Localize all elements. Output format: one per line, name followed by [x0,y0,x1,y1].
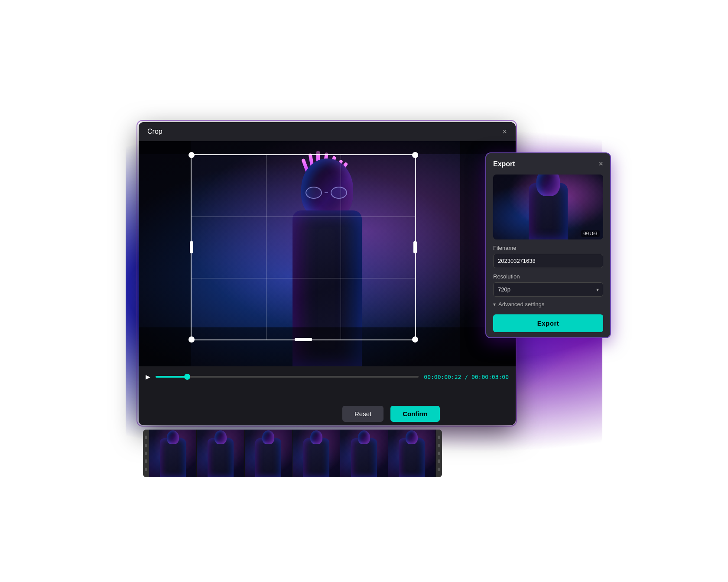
export-title: Export [493,160,515,168]
crop-title: Crop [147,128,162,136]
grid-h1 [192,217,415,217]
crop-close-button[interactable]: × [502,128,507,136]
playback-bar: ▶ 00:00:00:22 / 00:00:03:00 [139,366,516,387]
action-buttons: Reset Confirm [342,406,440,422]
filmstrip-frames [149,430,436,477]
crop-handle-bottom-right[interactable] [412,336,418,343]
film-frame-2 [197,430,244,477]
crop-handle-bottom-left[interactable] [188,336,195,343]
film-frame-6 [388,430,436,477]
film-hole [145,436,147,439]
crop-grid [192,155,415,340]
film-hole [145,444,147,447]
grid-h2 [192,278,415,278]
advanced-settings-row[interactable]: ▾ Advanced settings [493,301,603,307]
export-preview: 00:03 [493,175,603,239]
video-canvas [139,141,516,366]
confirm-button[interactable]: Confirm [390,406,440,422]
crop-handle-mid-right[interactable] [413,241,417,253]
export-form: Filename Resolution 360p 480p 720p 1080p… [486,239,610,337]
advanced-settings-label: Advanced settings [498,301,544,307]
crop-handle-mid-left[interactable] [190,241,193,253]
filename-input[interactable] [493,254,603,268]
film-hole [438,452,440,455]
export-titlebar: Export × [486,153,610,175]
resolution-select-wrapper: 360p 480p 720p 1080p 4K ▾ [493,282,603,297]
resolution-select[interactable]: 360p 480p 720p 1080p 4K [493,282,603,297]
progress-thumb[interactable] [184,374,190,380]
filmstrip-edge-left [143,430,149,477]
crop-window: Crop × [139,122,516,425]
export-button[interactable]: Export [493,314,603,332]
film-hole [438,436,440,439]
film-hole [145,459,147,463]
film-frame-3 [245,430,292,477]
film-frame-4 [292,430,340,477]
resolution-label: Resolution [493,273,603,280]
crop-titlebar: Crop × [139,122,516,141]
film-hole [145,452,147,455]
time-display: 00:00:00:22 / 00:00:03:00 [424,374,509,380]
film-hole [438,459,440,463]
export-panel: Export × 00:03 Filename Resolution 360p … [485,152,611,338]
progress-fill [156,376,187,378]
export-close-button[interactable]: × [598,159,603,168]
crop-selection-box[interactable] [191,154,416,340]
crop-handle-top-right[interactable] [412,152,418,158]
crop-handle-top-left[interactable] [188,152,195,158]
advanced-chevron-icon: ▾ [493,301,496,307]
export-preview-head [536,175,560,196]
film-frame-5 [340,430,388,477]
film-hole [438,444,440,447]
filename-label: Filename [493,245,603,251]
filmstrip-edge-right [436,430,442,477]
progress-track[interactable] [156,376,419,378]
grid-v1 [266,155,266,340]
film-hole [145,468,147,471]
export-preview-time: 00:03 [581,230,600,237]
film-hole [438,468,440,471]
crop-handle-mid-bottom[interactable] [295,338,312,341]
film-frame-1 [149,430,197,477]
export-preview-person [529,183,568,239]
grid-v2 [341,155,341,340]
filmstrip [143,430,442,477]
reset-button[interactable]: Reset [342,406,384,422]
play-button[interactable]: ▶ [146,373,150,380]
